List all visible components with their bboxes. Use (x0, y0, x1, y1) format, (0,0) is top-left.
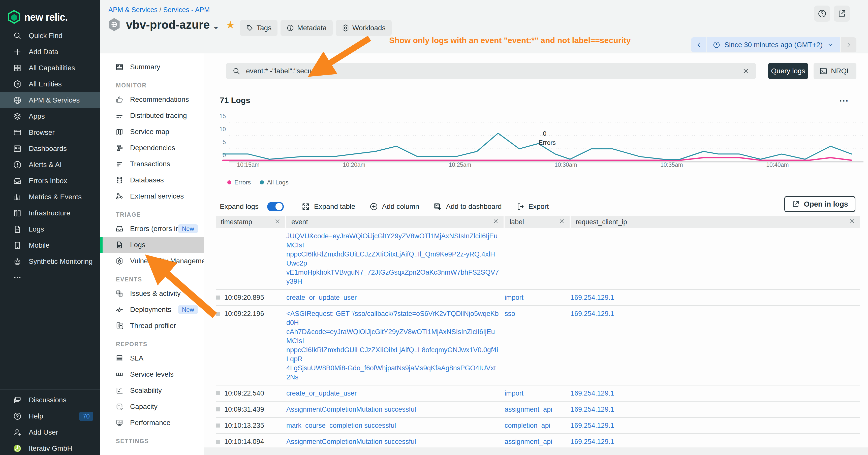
sidebar-item-logs[interactable]: Logs (0, 221, 100, 237)
add-column-button[interactable]: Add column (370, 202, 420, 211)
log-row[interactable]: 10:09:22.540create_or_update_userimport1… (216, 386, 860, 401)
subnav-item-sla[interactable]: SLA (100, 350, 204, 366)
subnav-item-logs[interactable]: Logs (100, 237, 204, 253)
sidebar-item-dashboards[interactable]: Dashboards (0, 140, 100, 157)
event-link[interactable]: create_or_update_user (286, 389, 499, 398)
subnav-item-recommendations[interactable]: Recommendations (100, 92, 204, 107)
subnav-item-issues-activity[interactable]: Issues & activity (100, 286, 204, 301)
subnav-item-service-map[interactable]: Service map (100, 124, 204, 140)
sidebar-item-all-entities[interactable]: All Entities (0, 76, 100, 92)
label-link[interactable]: import (504, 390, 524, 397)
label-link[interactable]: completion_api (504, 422, 551, 429)
subnav-item-capacity[interactable]: Capacity (100, 398, 204, 415)
copy-link-button[interactable] (834, 5, 850, 22)
sidebar-item-infrastructure[interactable]: Infrastructure (0, 205, 100, 221)
remove-column-icon[interactable] (274, 218, 281, 226)
event-link[interactable]: vE1moHpkhokTVBvguN7_72JtGzGsqxZpn2OaKc3n… (286, 268, 499, 286)
favorite-star-icon[interactable]: ★ (225, 19, 235, 31)
sidebar-item-metrics-events[interactable]: Metrics & Events (0, 189, 100, 205)
query-logs-button[interactable]: Query logs (768, 63, 808, 79)
logs-chart[interactable]: 05101510:15am10:20am10:25am10:30am10:35a… (218, 113, 866, 168)
sidebar-item-apm-services[interactable]: APM & Services (0, 92, 100, 108)
legend-all-logs[interactable]: All Logs (260, 179, 288, 186)
remove-column-icon[interactable] (558, 218, 565, 226)
subnav-item-databases[interactable]: Databases (100, 172, 204, 188)
sidebar-item-add-data[interactable]: Add Data (0, 44, 100, 60)
sidebar-item-errors-inbox[interactable]: Errors Inbox (0, 173, 100, 189)
metadata-button[interactable]: Metadata (280, 20, 333, 36)
request-client-ip-link[interactable]: 169.254.129.1 (570, 294, 614, 301)
request-client-ip-link[interactable]: 169.254.129.1 (570, 422, 614, 429)
label-link[interactable]: sso (504, 310, 515, 318)
export-button[interactable]: Export (516, 202, 549, 211)
request-client-ip-link[interactable]: 169.254.129.1 (570, 310, 614, 318)
subnav-item-external-services[interactable]: External services (100, 188, 204, 204)
sidebar-item-synthetic-monitoring[interactable]: Synthetic Monitoring (0, 254, 100, 269)
event-link[interactable]: nppcCI6IkRlZmxhdGUiLCJzZXIiOiIxLjAifQ..I… (286, 250, 499, 268)
subnav-item-transactions[interactable]: Transactions (100, 156, 204, 172)
log-row[interactable]: JUQVU&code=eyJraWQiOiJjcGltY29yZV8wOTl1M… (216, 228, 860, 290)
workloads-button[interactable]: Workloads (336, 20, 392, 36)
sidebar-item-quick-find[interactable]: Quick Find (0, 28, 100, 44)
label-link[interactable]: import (504, 294, 524, 301)
label-link[interactable]: assignment_api (504, 405, 552, 413)
log-row[interactable]: 10:09:22.196<ASGIRequest: GET '/sso/call… (216, 306, 860, 386)
subnav-item-thread-profiler[interactable]: Thread profiler (100, 318, 204, 334)
time-back-button[interactable] (691, 37, 707, 53)
label-link[interactable]: assignment_api (504, 438, 552, 446)
new-relic-logo[interactable]: new relic. (0, 0, 100, 28)
sidebar-footer-item-add-user[interactable]: Add User (0, 424, 100, 441)
event-link[interactable]: 4LgSjsuUW8B0Mi8-Gdo_f6ofWhjpatNs9jaMs9qK… (286, 363, 499, 382)
subnav-item-summary[interactable]: Summary (100, 59, 204, 75)
request-client-ip-link[interactable]: 169.254.129.1 (570, 390, 614, 397)
request-client-ip-link[interactable]: 169.254.129.1 (570, 438, 614, 446)
expand-table-button[interactable]: Expand table (302, 202, 355, 211)
time-range-button[interactable]: Since 30 minutes ago (GMT+2) (707, 37, 840, 53)
sidebar-footer-item-iterativ-gmbh[interactable]: Iterativ GmbH (0, 441, 100, 455)
sidebar-item-alerts-ai[interactable]: Alerts & AI (0, 157, 100, 173)
sidebar-item-browser[interactable]: Browser (0, 125, 100, 140)
event-link[interactable]: nppcCI6IkRlZmxhdGUiLCJzZXIiOiIxLjAifQ..L… (286, 346, 499, 363)
query-text[interactable]: event:* -"label":"security" (246, 67, 742, 75)
toggle-on-icon[interactable] (267, 202, 284, 212)
tags-button[interactable]: Tags (240, 20, 278, 36)
subnav-item-deployments[interactable]: DeploymentsNew (100, 301, 204, 318)
event-link[interactable]: JUQVU&code=eyJraWQiOiJjcGltY29yZV8wOTl1M… (286, 231, 499, 250)
sidebar-item-apps[interactable]: Apps (0, 108, 100, 125)
remove-column-icon[interactable] (849, 218, 856, 226)
time-forward-button[interactable] (841, 37, 857, 53)
sidebar-item-more[interactable] (0, 269, 100, 286)
remove-column-icon[interactable] (493, 218, 499, 226)
open-in-logs-button[interactable]: Open in logs (784, 196, 856, 212)
sidebar-footer-item-help[interactable]: Help70 (0, 408, 100, 424)
sidebar-item-mobile[interactable]: Mobile (0, 237, 100, 254)
log-row[interactable]: 10:09:31.439AssignmentCompletionMutation… (216, 401, 860, 418)
subnav-item-scalability[interactable]: Scalability (100, 383, 204, 398)
expand-logs-toggle[interactable]: Expand logs (220, 202, 284, 212)
subnav-item-errors-errors-inb-[interactable]: Errors (errors inb...New (100, 221, 204, 237)
sidebar-footer-item-discussions[interactable]: Discussions (0, 392, 100, 408)
subnav-item-dependencies[interactable]: Dependencies (100, 140, 204, 156)
log-row[interactable]: 10:10:13.235mark_course_completion succe… (216, 418, 860, 434)
panel-menu-button[interactable]: ... (839, 94, 849, 103)
subnav-item-vulnerability-management[interactable]: Vulnerability Management (100, 253, 204, 269)
event-link[interactable]: <ASGIRequest: GET '/sso/callback/?state=… (286, 309, 499, 327)
subnav-item-service-levels[interactable]: Service levels (100, 366, 204, 383)
event-link[interactable]: create_or_update_user (286, 293, 499, 302)
event-link[interactable]: mark_course_completion successful (286, 421, 499, 430)
breadcrumb-services-apm[interactable]: Services - APM (163, 6, 210, 13)
event-link[interactable]: AssignmentCompletionMutation successful (286, 437, 499, 446)
subnav-item-distributed-tracing[interactable]: Distributed tracing (100, 107, 204, 124)
log-row[interactable]: 10:09:20.895create_or_update_userimport1… (216, 290, 860, 306)
event-link[interactable]: cAh7D&code=eyJraWQiOiJjcGltY29yZV8wOTl1M… (286, 327, 499, 346)
help-circle-button[interactable] (814, 5, 830, 22)
nrql-button[interactable]: NRQL (813, 63, 857, 79)
add-to-dashboard-button[interactable]: Add to dashboard (433, 202, 501, 211)
breadcrumb-apm-services[interactable]: APM & Services (108, 6, 157, 13)
log-search-input[interactable]: event:* -"label":"security" (226, 63, 756, 79)
request-client-ip-link[interactable]: 169.254.129.1 (570, 405, 614, 413)
event-link[interactable]: AssignmentCompletionMutation successful (286, 405, 499, 414)
subnav-item-performance[interactable]: Performance (100, 415, 204, 431)
entity-dropdown-caret-icon[interactable]: ⌄ (213, 22, 219, 31)
legend-errors[interactable]: Errors (227, 179, 251, 186)
